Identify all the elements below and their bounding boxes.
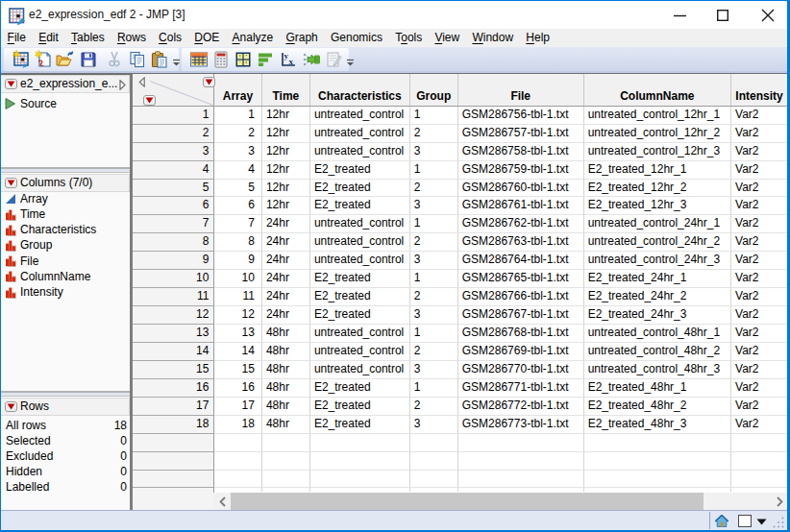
svg-text:x: x — [289, 57, 294, 66]
